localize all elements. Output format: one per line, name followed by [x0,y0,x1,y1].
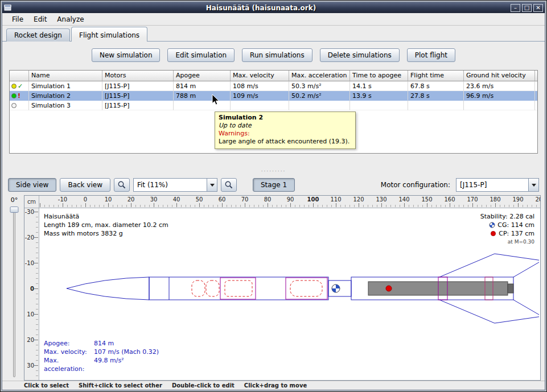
table-row[interactable]: ✓Simulation 1[J115-P]814 m108 m/s50.3 m/… [10,81,537,91]
split-pane-divider[interactable]: ········· [2,169,545,174]
status-mark-icon: ✓ [18,83,23,89]
cell: 109 m/s [231,91,289,101]
vertical-ruler: -30-20-100102030 [24,208,39,380]
rocket-viewer: Side view Back view Fit (11%) [2,174,545,390]
motor-configuration-select[interactable]: [J115-P] [456,178,539,192]
edit-simulation-button[interactable]: Edit simulation [167,48,235,62]
v-ruler-label: -20 [25,234,34,241]
status-cell: ✓ [10,81,29,91]
cell-filler [535,91,538,101]
h-ruler-label: -10 [58,196,67,203]
tab-flight-simulations[interactable]: Flight simulations [71,27,147,42]
menu-item-edit[interactable]: Edit [28,14,52,25]
hint-click-to-select: Click to select [24,382,69,389]
cell: [J115-P] [102,81,174,91]
cell: 50.3 m/s² [289,81,350,91]
rotation-angle-label: 0° [11,196,18,204]
v-ruler-label: -30 [25,209,34,215]
fin-bottom [439,300,539,323]
figure-panel: cm -100102030405060708090100110120130140… [24,195,541,381]
column-header-max-velocity[interactable]: Max. velocity [231,71,289,81]
status-cell [10,101,29,110]
menu-item-analyze[interactable]: Analyze [52,14,89,25]
minimize-button[interactable]: – [511,4,520,12]
table-row[interactable]: Simulation 3[J115-P] [10,101,537,110]
table-row[interactable]: !Simulation 2[J115-P]788 m109 m/s50.2 m/… [10,91,537,101]
column-header-motors[interactable]: Motors [102,71,174,81]
title-bar[interactable]: Haisunäätä (haisunaata.ork) – □ ✕ [2,2,545,13]
h-ruler-label: 150 [421,196,432,203]
column-header-time-to-apogee[interactable]: Time to apogee [350,71,408,81]
cell: [J115-P] [102,91,174,101]
back-view-button[interactable]: Back view [60,178,110,192]
column-header-apogee[interactable]: Apogee [174,71,231,81]
cell [408,101,464,110]
zoom-in-button[interactable] [114,178,130,192]
flight-data-row: Max. velocity:107 m/s (Mach 0.32) [44,348,159,356]
close-button[interactable]: ✕ [533,4,543,12]
cell: [J115-P] [102,101,174,110]
cell: 788 m [174,91,231,101]
chevron-down-icon [207,179,217,191]
rotation-slider[interactable] [5,205,24,381]
column-header-status[interactable] [10,71,29,81]
cell [350,101,408,110]
table-header: NameMotorsApogeeMax. velocityMax. accele… [10,71,537,81]
side-view-button[interactable]: Side view [8,178,56,192]
rotation-slider-track [13,208,15,377]
ruler-unit-label: cm [24,196,39,208]
rocket-canvas[interactable]: HaisunäätäLength 189 cm, max. diameter 1… [39,208,540,380]
plot-flight-button[interactable]: Plot flight [407,48,455,62]
column-header-max-acceleration[interactable]: Max. acceleration [289,71,350,81]
tooltip-status: Up to date [219,122,352,130]
motor-configuration-value: [J115-P] [456,181,528,189]
column-header-ground-hit-velocity[interactable]: Ground hit velocity [464,71,535,81]
zoom-out-button[interactable] [221,178,237,192]
h-ruler-label: 40 [173,196,180,203]
maximize-button[interactable]: □ [522,4,532,12]
flight-data-label: Max. velocity: [44,348,94,356]
window-frame: Haisunäätä (haisunaata.ork) – □ ✕ FileEd… [0,0,547,392]
column-header-filler [535,71,538,81]
hint-double-click-to-edit: Double-click to edit [172,382,235,389]
status-cell: ! [10,91,29,101]
menu-item-file[interactable]: File [7,14,28,25]
rotation-slider-handle[interactable] [10,207,19,213]
cell: Simulation 3 [29,101,102,110]
h-ruler-label: 50 [196,196,203,203]
cell [464,101,535,110]
cell [174,101,231,110]
rocket-info-line: Length 189 cm, max. diameter 10.2 cm [44,221,168,229]
h-ruler-label: 10 [105,196,112,203]
magnifier-icon [117,180,126,189]
cp-value: CP: 137 cm [499,229,534,238]
cell: Simulation 1 [29,81,102,91]
column-header-name[interactable]: Name [29,71,102,81]
tab-strip: Rocket designFlight simulations [2,26,545,42]
stage-1-toggle[interactable]: Stage 1 [253,178,295,192]
new-simulation-button[interactable]: New simulation [92,48,161,62]
v-ruler-label: -10 [25,260,34,266]
window-icon[interactable] [4,4,13,12]
cp-marker [386,286,392,291]
delete-simulations-button[interactable]: Delete simulations [320,48,400,62]
h-ruler-label: 200 [535,196,540,203]
chevron-down-icon [528,179,538,191]
tab-rocket-design[interactable]: Rocket design [6,28,70,42]
zoom-level-select[interactable]: Fit (11%) [133,178,217,192]
status-bar: Click to selectShift+click to select oth… [2,381,545,390]
h-ruler-label: 110 [330,196,341,203]
tooltip-warning-text: Large angle of attack encountered (19.3)… [219,138,352,146]
motor-nozzle [508,284,513,293]
nose-cone [67,277,149,300]
h-ruler-label: 60 [219,196,226,203]
menu-bar: FileEditAnalyze [2,13,545,26]
h-ruler-label: 180 [490,196,500,203]
cell: 67.8 s [408,81,464,91]
cg-value: CG: 114 cm [497,221,534,229]
column-header-flight-time[interactable]: Flight time [408,71,464,81]
h-ruler-label: 0 [84,196,87,203]
h-ruler-label: 30 [150,196,158,203]
run-simulations-button[interactable]: Run simulations [242,48,312,62]
horizontal-ruler: -100102030405060708090100110120130140150… [39,196,540,208]
